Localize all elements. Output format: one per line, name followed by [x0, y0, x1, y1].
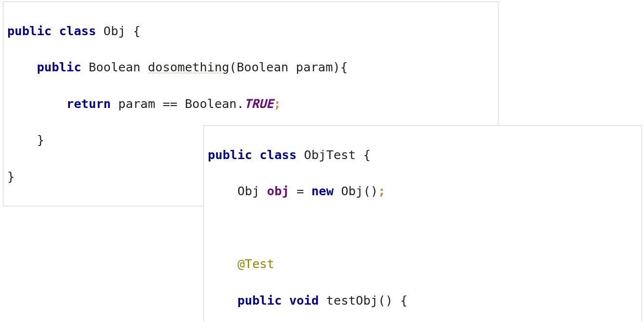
code-line: Obj obj = new Obj();	[208, 182, 638, 201]
const-true: TRUE	[244, 96, 273, 111]
semicolon: ;	[378, 184, 385, 198]
indent	[208, 256, 237, 271]
kw-new: new	[311, 184, 334, 198]
kw-public: public	[208, 148, 252, 162]
field-obj: obj	[267, 184, 289, 198]
code-line	[208, 219, 638, 237]
code-line: public Boolean dosomething(Boolean param…	[7, 58, 494, 77]
kw-public: public	[37, 60, 81, 74]
blank	[208, 220, 215, 235]
brace: }	[7, 169, 14, 184]
indent	[7, 60, 37, 74]
params: (Boolean param){	[229, 60, 348, 74]
ctor: Obj()	[334, 184, 378, 198]
brace: }	[37, 133, 44, 147]
indent	[7, 96, 67, 111]
class-name: ObjTest {	[296, 148, 371, 162]
annotation-test: @Test	[237, 256, 274, 271]
code-line: return param == Boolean.TRUE;	[7, 95, 494, 113]
code-block-objtest: public class ObjTest { Obj obj = new Obj…	[203, 125, 642, 322]
class-name: Obj {	[96, 24, 140, 38]
semicolon: ;	[274, 96, 281, 111]
expr: param == Boolean.	[111, 96, 244, 111]
kw-class: class	[59, 24, 96, 38]
indent	[208, 184, 237, 198]
kw-class: class	[259, 148, 296, 162]
return-type: Boolean	[81, 60, 148, 74]
kw-void: void	[289, 293, 319, 308]
type: Obj	[237, 184, 267, 198]
kw-return: return	[67, 96, 111, 111]
kw-public: public	[7, 24, 52, 38]
method-sig: testObj() {	[319, 293, 407, 308]
code-line: public class Obj {	[7, 22, 494, 40]
code-line: @Test	[208, 255, 638, 273]
indent	[208, 293, 237, 308]
method-name: dosomething	[148, 60, 229, 74]
code-line: public class ObjTest {	[208, 146, 638, 164]
eq: =	[289, 184, 311, 198]
kw-public: public	[237, 293, 282, 308]
indent	[7, 133, 37, 147]
code-line: public void testObj() {	[208, 292, 638, 310]
